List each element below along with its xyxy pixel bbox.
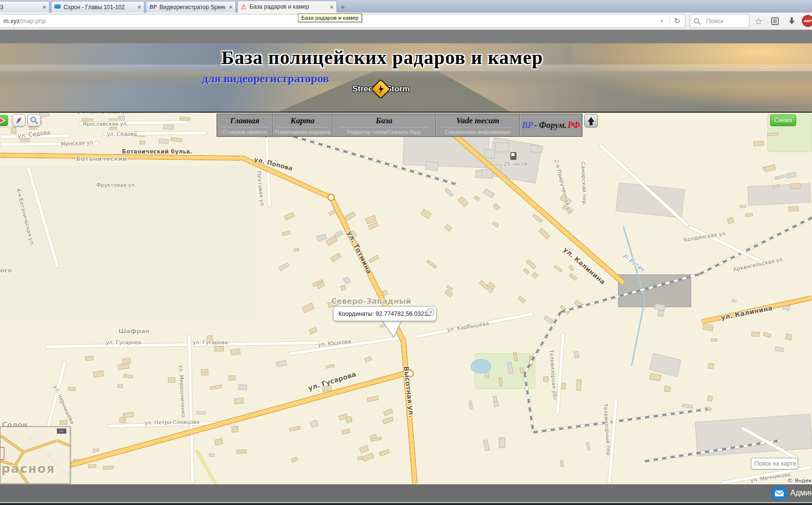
mail-admin-button[interactable] [772, 487, 786, 499]
map-building [278, 263, 289, 272]
map-building [560, 461, 564, 467]
map-canvas[interactable]: 2-я Камчатская ул.Ярославская ул.ул. Сед… [0, 113, 812, 484]
bookmark-star-icon[interactable]: ☆ [753, 15, 764, 27]
admin-contact-label[interactable]: Админ [790, 489, 812, 497]
minimap-road [57, 439, 70, 448]
map-label: Минская ул. [61, 139, 95, 147]
menu-label: Главная [221, 116, 269, 128]
magnifier-button[interactable] [27, 114, 41, 127]
map-building [445, 188, 454, 197]
map-building [382, 417, 394, 424]
map-building [788, 207, 799, 212]
compass-button[interactable] [12, 114, 26, 127]
map-search-input[interactable]: Поиск на карте [751, 458, 798, 469]
map-building [775, 347, 785, 352]
fuel-station-icon [510, 152, 516, 160]
new-tab-button[interactable]: + [340, 2, 345, 12]
menu-sublabel: Справочная информация [436, 129, 520, 135]
browser-tab-active[interactable]: ⚠ База радаров и камер × [237, 0, 337, 13]
tab-close-icon[interactable]: × [137, 4, 141, 10]
map-building [568, 265, 574, 271]
map-building [484, 149, 495, 159]
download-icon[interactable] [786, 15, 798, 27]
map-building [282, 231, 291, 236]
map-label: © Яндекс — [787, 478, 812, 484]
map-building [763, 332, 772, 338]
magnifier-icon [29, 116, 39, 125]
map-building [325, 364, 334, 369]
map-building [790, 183, 800, 190]
map-building [196, 411, 206, 414]
map-building [60, 420, 68, 425]
minimap-collapse-button[interactable]: — [56, 428, 67, 434]
browser-toolbar: m.xyz/map.php ▾ ↻ Поиск ☆ ABP [0, 13, 812, 30]
browser-tab[interactable]: Схрон - Главы 101-102 × [51, 1, 144, 13]
tab-close-icon[interactable]: × [229, 4, 232, 10]
map-building [745, 213, 753, 217]
browser-tab[interactable]: ВР Видеорегистратор SpeedCa... × [146, 1, 236, 13]
map-building [517, 296, 526, 303]
reload-icon[interactable]: ↻ [670, 16, 685, 26]
map-building [574, 351, 580, 358]
route-tool-button[interactable] [0, 114, 9, 127]
menu-label: Vade mecum [442, 116, 514, 128]
map-building [727, 217, 734, 224]
map-landuse-gray [649, 353, 682, 376]
map-label: ого [0, 267, 12, 274]
tab-close-icon[interactable]: × [42, 4, 46, 10]
adblock-icon[interactable]: ABP [802, 15, 812, 27]
map-building [732, 299, 737, 303]
map-label: Пихтовая ул. [256, 171, 266, 207]
map-label: Ботанический бульв. [122, 148, 193, 155]
map-landuse-pond [471, 359, 491, 374]
browser-search-input[interactable]: Поиск [690, 14, 749, 28]
map-building [209, 453, 215, 457]
map-building [214, 439, 223, 446]
map-building [483, 189, 494, 198]
menu-item-vademecum[interactable]: Vade mecum Справочная информация [436, 114, 520, 136]
map-building [543, 376, 549, 382]
map-building [309, 327, 317, 335]
map-building [495, 142, 510, 152]
forum-mid-text: - Форум. [534, 120, 567, 130]
forum-vr-text: ВР [522, 120, 533, 130]
map-building [492, 221, 499, 228]
map-building [708, 363, 714, 369]
map-building [171, 137, 182, 142]
scroll-top-button[interactable] [584, 114, 598, 128]
lightning-diamond-icon [371, 79, 391, 99]
menu-item-home[interactable]: Главная О нашем проекте [217, 114, 272, 136]
map-building [291, 456, 298, 462]
menu-item-base[interactable]: База Редактор точек/Скачать базу [332, 114, 435, 136]
map-label: ул. Тотмина [346, 230, 374, 275]
browser-tab[interactable]: а 103 × [0, 1, 50, 13]
map-building [293, 247, 299, 252]
map-building [426, 259, 437, 269]
balloon-close-icon[interactable]: × [427, 309, 434, 315]
map-building [468, 401, 473, 410]
library-icon[interactable] [769, 15, 781, 27]
coordinates-text: Координаты: 92.774782,56.03211 [338, 311, 430, 317]
menu-item-forum-link[interactable]: ВР - Форум. РФ [519, 114, 582, 136]
url-dropdown-icon[interactable]: ▾ [655, 18, 669, 24]
map-building [117, 384, 123, 388]
scheme-layer-button[interactable]: Схема [770, 115, 796, 126]
map-building [421, 209, 432, 219]
page-bottom-bar: Админ [0, 484, 812, 502]
map-building [364, 356, 372, 363]
map-building [341, 429, 350, 435]
menu-item-map[interactable]: Карта Размещение радаров [272, 114, 333, 136]
map-label: Шафран [118, 327, 150, 335]
map-building [483, 440, 490, 451]
balloon-tail [379, 320, 403, 339]
map-building [163, 124, 174, 130]
map-building [345, 211, 356, 221]
map-label: Телевизорная ул. [548, 350, 558, 399]
overview-minimap[interactable]: расноя [0, 427, 70, 484]
map-building [68, 387, 76, 391]
vr-favicon: ВР [149, 3, 156, 11]
minimap-viewport-rect[interactable] [0, 447, 4, 460]
tab-close-icon[interactable]: × [330, 4, 334, 10]
map-building [753, 141, 764, 146]
map-building [682, 403, 693, 409]
